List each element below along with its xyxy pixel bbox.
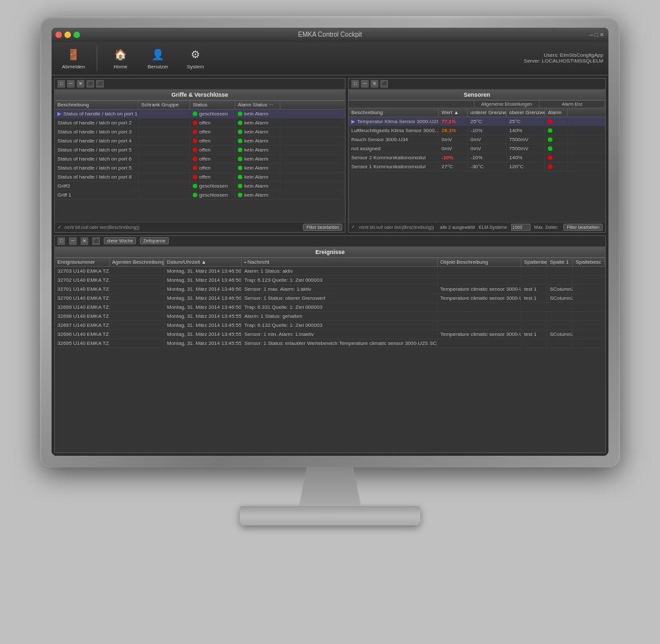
handles-filter-btn[interactable]: Filter bearbeiten bbox=[303, 224, 342, 231]
handles-row[interactable]: Status of handle / latch on port 5 offen… bbox=[55, 164, 345, 173]
sensor-tool-4[interactable]: ⬛ bbox=[380, 80, 388, 88]
sensors-row[interactable]: Rauch Sensor 3000-U34 0mV 0mV 7500mV bbox=[349, 135, 605, 144]
handles-td-alarm: kein Alarm bbox=[235, 173, 280, 181]
events-row[interactable]: 32700 U140 EMKA TZ Montag, 31. März 2014… bbox=[55, 294, 605, 303]
handles-td-status: offen bbox=[190, 146, 235, 154]
evt-td-msg: Sensor: 1 min. Alarm: 1:inaktiv bbox=[242, 330, 438, 338]
handle-tool-3[interactable]: ✕ bbox=[77, 80, 84, 88]
handle-tool-1[interactable]: □ bbox=[57, 80, 65, 88]
handles-col-grp: Schrank Gruppe bbox=[139, 101, 190, 109]
evt-td-s2: SColumn2 bbox=[547, 294, 573, 302]
evt-td-s1 bbox=[521, 303, 547, 311]
close-btn[interactable] bbox=[55, 32, 62, 38]
handles-row[interactable]: ▶Status of handle / latch on port 1 gesc… bbox=[55, 110, 345, 119]
sensors-selected-count: alle 2 ausgewählt bbox=[440, 225, 475, 229]
sensor-tool-1[interactable]: □ bbox=[351, 80, 359, 88]
evt-td-s1 bbox=[521, 339, 547, 347]
status-text: offen bbox=[199, 129, 211, 135]
events-row[interactable]: 32695 U140 EMKA TZ Montag, 31. März 2014… bbox=[55, 339, 605, 348]
maximize-btn[interactable] bbox=[73, 32, 80, 38]
handles-td-desc: Status of handle / latch on port 6 bbox=[55, 155, 139, 163]
sensors-bottom-bar: ✓ nicht bit.null oder leer(Beschreibung)… bbox=[349, 222, 605, 232]
handles-td-desc: Status of handle / latch on port 5 bbox=[55, 164, 139, 172]
evt-td-nr: 32703 U140 EMKA TZ bbox=[55, 267, 110, 275]
handles-td-desc: Status of handle / latch on port 5 bbox=[55, 146, 139, 154]
evt-tool-1[interactable]: □ bbox=[57, 237, 65, 245]
sensors-elm-input[interactable] bbox=[511, 224, 530, 231]
status-dot bbox=[193, 112, 197, 116]
events-row[interactable]: 32699 U140 EMKA TZ Montag, 31. März 2014… bbox=[55, 303, 605, 312]
sensors-col-desc-header bbox=[349, 101, 474, 108]
handles-col-desc: Beschreibung bbox=[55, 101, 139, 109]
evt-td-dt: Montag, 31. März 2014 13:45:55 bbox=[164, 339, 242, 347]
events-row[interactable]: 32697 U140 EMKA TZ Montag, 31. März 2014… bbox=[55, 321, 605, 330]
events-row[interactable]: 32703 U140 EMKA TZ Montag, 31. März 2014… bbox=[55, 267, 605, 276]
events-col-datetime: Datum/Uhrzeit ▲ bbox=[164, 258, 242, 266]
toolbar-abmelden[interactable]: 🚪 Abmelden bbox=[57, 45, 90, 72]
win-maximize-icon[interactable]: □ bbox=[595, 32, 598, 38]
events-row[interactable]: 32698 U140 EMKA TZ Montag, 31. März 2014… bbox=[55, 312, 605, 321]
handle-tool-2[interactable]: ─ bbox=[67, 80, 75, 88]
events-row[interactable]: 32701 U140 EMKA TZ Montag, 31. März 2014… bbox=[55, 285, 605, 294]
sensors-td-wert: 77,1% bbox=[439, 117, 468, 126]
handles-td-status: offen bbox=[190, 137, 235, 145]
evt-td-obj bbox=[438, 303, 521, 311]
sensors-td-alarm bbox=[545, 153, 568, 162]
status-text: offen bbox=[199, 165, 211, 171]
minimize-btn[interactable] bbox=[64, 32, 71, 38]
status-text: offen bbox=[199, 156, 211, 162]
events-row[interactable]: 32702 U140 EMKA TZ Montag, 31. März 2014… bbox=[55, 276, 605, 285]
toolbar-system[interactable]: ⚙ System bbox=[179, 45, 212, 72]
handles-row[interactable]: Status of handle / latch on port 4 offen… bbox=[55, 137, 345, 146]
evt-td-nr: 32702 U140 EMKA TZ bbox=[55, 276, 110, 284]
sensors-td-desc: ▶Temperatur Klima Sensor 3000-U2S bbox=[349, 117, 439, 126]
sensors-row[interactable]: Sensor 2 Kommunikationsmodul -10% -10% 1… bbox=[349, 153, 605, 162]
sensors-row[interactable]: Sensor 1 Kommunikationsmodul 27°C -30°C … bbox=[349, 162, 605, 171]
handles-td-desc: Status of handle / latch on port 8 bbox=[55, 173, 139, 181]
events-col-nr: Ereignisnummer bbox=[55, 258, 110, 266]
sensors-max-label: Max. Zeilen bbox=[534, 225, 558, 229]
handles-row[interactable]: Status of handle / latch on port 2 offen… bbox=[55, 119, 345, 128]
sensors-row[interactable]: ▶Temperatur Klima Sensor 3000-U2S 77,1% … bbox=[349, 117, 605, 126]
events-btn-timespan[interactable]: Zeitspanne bbox=[140, 237, 169, 244]
handles-td-grp bbox=[139, 128, 190, 136]
alarm-text: kein Alarm bbox=[244, 111, 268, 117]
handles-table-body: ▶Status of handle / latch on port 1 gesc… bbox=[55, 110, 345, 222]
handles-td-grp bbox=[139, 110, 190, 118]
handles-row[interactable]: Griff 1 geschlossen kein Alarm bbox=[55, 191, 345, 200]
sensors-filter-btn[interactable]: Filter bearbeiten bbox=[563, 224, 603, 231]
events-row[interactable]: 32696 U140 EMKA TZ Montag, 31. März 2014… bbox=[55, 330, 605, 339]
handles-row[interactable]: Status of handle / latch on port 6 offen… bbox=[55, 155, 345, 164]
toolbar-benutzer[interactable]: 👤 Benutzer bbox=[141, 45, 175, 72]
evt-tool-3[interactable]: ✕ bbox=[81, 237, 88, 245]
sensors-row[interactable]: not assigned 0mV 0mV 7500mV bbox=[349, 144, 605, 153]
alarm-dot bbox=[238, 112, 242, 116]
handles-row[interactable]: Status of handle / latch on port 3 offen… bbox=[55, 128, 345, 137]
monitor-neck bbox=[291, 467, 369, 506]
handles-td-grp bbox=[139, 191, 190, 199]
win-close-icon[interactable]: ✕ bbox=[599, 32, 605, 38]
sensors-row[interactable]: Luftfeuchitigkeits Klima Sensor 3000... … bbox=[349, 126, 605, 135]
handle-tool-4[interactable]: ⬛ bbox=[86, 80, 94, 88]
evt-tool-2[interactable]: ─ bbox=[69, 237, 77, 245]
handles-row[interactable]: Status of handle / latch on port 5 offen… bbox=[55, 146, 345, 155]
sensors-table-header: Beschreibung Wert ▲ unterer Grenzwert ob… bbox=[349, 108, 605, 117]
sensor-tool-2[interactable]: ─ bbox=[361, 80, 369, 88]
handles-td-alarm: kein Alarm bbox=[235, 128, 280, 136]
win-minimize-icon[interactable]: ─ bbox=[589, 32, 593, 38]
alarm-text: kein Alarm bbox=[244, 129, 268, 135]
sensors-col-desc: Beschreibung bbox=[349, 108, 439, 117]
handles-row[interactable]: Griff3 geschlossen kein Alarm bbox=[55, 182, 345, 191]
alarm-dot bbox=[238, 139, 242, 143]
evt-tool-4[interactable]: ⬛ bbox=[92, 237, 100, 245]
handle-tool-5[interactable]: ⬛ bbox=[96, 80, 104, 88]
handles-td-status: offen bbox=[190, 128, 235, 136]
evt-td-s2 bbox=[547, 276, 573, 284]
evt-td-msg: Alarm: 1 Status: gehalten bbox=[242, 312, 438, 320]
evt-td-obj bbox=[438, 276, 521, 284]
handles-row[interactable]: Status of handle / latch on port 8 offen… bbox=[55, 173, 345, 182]
status-dot bbox=[193, 130, 197, 134]
sensor-tool-3[interactable]: ✕ bbox=[371, 80, 378, 88]
toolbar-home[interactable]: 🏠 Home bbox=[104, 45, 137, 72]
events-btn-week[interactable]: diese Woche bbox=[104, 237, 136, 244]
